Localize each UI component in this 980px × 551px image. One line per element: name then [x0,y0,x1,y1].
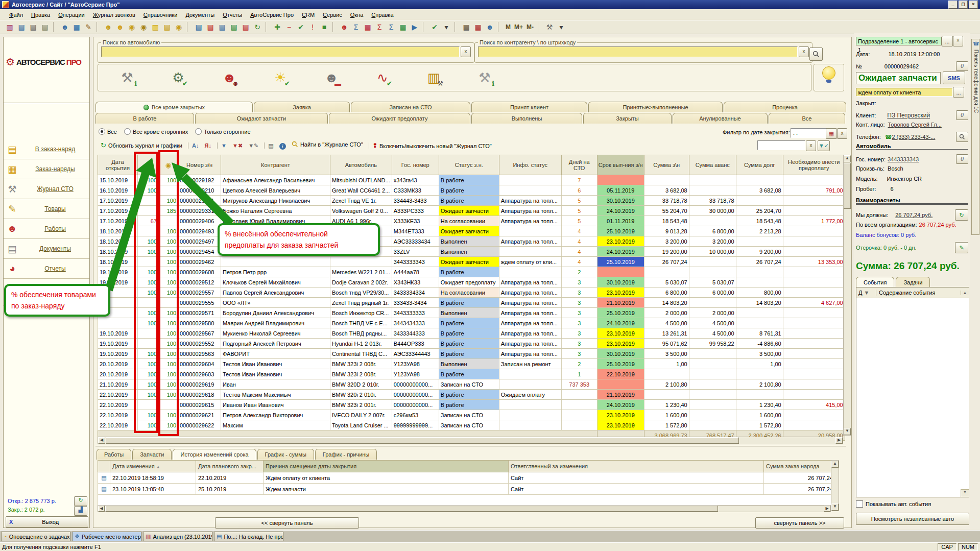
column-header-s4[interactable]: Необходимо внести предоплату [783,155,845,175]
calculator-icon[interactable]: ▦ [461,21,472,33]
sum-blue-icon[interactable]: Σ [386,21,397,33]
events-scroll-down[interactable]: ▼ [961,489,969,497]
client-attachments-button[interactable]: 0 [956,110,968,120]
new-doc-icon[interactable]: ▥ [4,21,15,33]
add-icon[interactable]: ✚ [272,21,283,33]
coin-icon[interactable]: ◉ [173,21,184,33]
phone-search-button[interactable] [956,132,968,142]
menu-item-Операции[interactable]: Операции [54,10,88,19]
print-icon[interactable]: ▤ [28,21,39,33]
quick-filter-clear-button[interactable]: x [806,140,816,151]
history-row[interactable]: ▤ 22.10.2019 18:58:1922.10.2019Ждём опла… [98,472,835,484]
tab-Закрыты[interactable]: Закрыты [583,113,672,124]
column-header-dy[interactable]: Дней на СТО [561,155,597,175]
doc-out-icon[interactable]: ▤ [205,21,216,33]
radio-Все[interactable]: Все [99,128,117,135]
table-row[interactable]: 17.10.2019 100 00000029321Митруков Алекс… [98,196,845,206]
warn-icon[interactable]: ! [307,21,318,33]
doc-in-icon[interactable]: ▤ [193,21,204,33]
menu-item-АвтоСервис Про[interactable]: АвтоСервис Про [246,10,298,19]
toggle-new-journal-button[interactable]: ❢Включить/выключить новый "Журнал СТО" [371,142,494,150]
tab-Заявка[interactable]: Заявка [254,102,350,112]
menu-item-Справочники[interactable]: Справочники [139,10,182,19]
sidebar-item-works[interactable]: ☻ Работы [4,219,89,239]
staff-icon[interactable]: ☻☻ [221,69,238,86]
events-tab-Задачи[interactable]: Задачи [896,277,930,288]
sidebar-item-orders[interactable]: ▦ Заказ-наряды [4,159,89,179]
barcode-search-button[interactable] [809,47,823,61]
cashier-icon[interactable]: ☻ [103,21,114,33]
users-icon[interactable]: ☻ [59,21,70,33]
tab-Ожидают предоплату[interactable]: Ожидают предоплату [329,113,470,124]
coin-stack-icon[interactable]: ◉ [138,21,149,33]
department-clear-button[interactable]: × [953,36,963,46]
remove-icon[interactable]: − [283,21,295,33]
menu-item-CRM[interactable]: CRM [298,10,319,19]
sidebar-item-order-create[interactable]: ▤ В заказ-наряд [4,139,89,159]
table-row[interactable]: 18.10.2019 100 100 00000029497АЭС3333343… [98,236,845,247]
table-row[interactable]: 22.10.2019 100 100 00000029618Тестов Мак… [98,390,845,400]
column-header-pl[interactable]: Гос. номер [392,155,439,175]
service-icon[interactable]: ⚒ [544,21,555,33]
table-row[interactable]: 21.10.2019 100 100 00000029619ИванBMW 32… [98,379,845,390]
table-row[interactable]: 17.10.2019 185 00000029331Божко Наталия … [98,206,845,216]
column-header-p[interactable]: ◉ [159,155,178,175]
column-header-g[interactable]: ▦ [138,155,159,175]
edit-table-icon[interactable]: ✎ [83,21,94,33]
checkbox-icon[interactable] [856,500,863,508]
table-row[interactable]: 20.10.2019 100 100 00000029604Тестов Ива… [98,359,845,369]
telephony-panel-tab[interactable]: ☎ Панель телефонии для 1С [971,39,979,235]
filter-settings-button[interactable]: ▼✓ [818,140,830,151]
sidebar-item-reports[interactable]: ◕ Отчеты [4,259,89,279]
contact-link[interactable]: Торопов Сергей Гл... [888,122,941,128]
department-field[interactable]: Подразделение 1 - автосервис 1 [856,37,942,45]
sort-desc-button[interactable]: Я↓ [203,142,213,149]
doc-cancel-icon[interactable]: ▤ [240,21,251,33]
totals-chart-button[interactable]: ▟ [74,506,87,516]
minimize-button[interactable]: _ [948,1,958,9]
column-header-s3[interactable]: Сумма долг [736,155,783,175]
table-row[interactable]: 19.10.2019 100 00000029567Мукиенко Никол… [98,328,845,339]
attachments-button[interactable]: 0 [956,61,968,71]
orders-table[interactable]: Дата открытия▦◉Номер з/нКонтрагентАвтомо… [98,155,845,441]
table-row[interactable]: 19.10.2019 100 100 00000029608Петров Пет… [98,267,845,277]
money-doc-icon[interactable]: ▤ [161,21,173,33]
sidebar-item-sto-journal[interactable]: ⚒ Журнал СТО [4,179,89,199]
tab-Принят клиент[interactable]: Принят клиент [471,102,587,112]
show-auto-events[interactable]: Показывать авт. события [856,500,968,508]
cash-icon[interactable]: ▥ [150,21,161,33]
doc-ok-icon[interactable]: ✔ [429,21,440,33]
history-column-plan[interactable]: Дата планового закр... [196,461,264,472]
person-lock-icon[interactable]: ☻ [484,21,495,33]
bottom-tab-График - суммы[interactable]: График - суммы [257,449,314,460]
column-header-a[interactable]: Автомобиль [330,155,392,175]
column-header-d[interactable]: Дата открытия [98,155,138,175]
column-header-s2[interactable]: Сумма аванс [689,155,736,175]
history-column-date[interactable]: Дата изменения ▲ [110,461,196,472]
person-sum-icon[interactable]: Σ [350,21,362,33]
radio-Только сторонние[interactable]: Только сторонние [195,128,250,135]
edit-delay-button[interactable]: ✎ [955,242,968,253]
radio-Все кроме сторонних[interactable]: Все кроме сторонних [124,128,188,135]
refresh-icon[interactable]: ↻ [252,21,263,33]
m-minus-label[interactable]: М- [525,23,535,31]
info-button[interactable]: i [277,142,288,150]
column-header-s1[interactable]: Сумма з\н [644,155,689,175]
table-row[interactable]: 19.10.2019 100 100 00000029512Клочьков С… [98,277,845,288]
doc-check-icon[interactable]: ▤ [228,21,240,33]
menu-item-Правка[interactable]: Правка [27,10,54,19]
bottom-tab-Запчасти[interactable]: Запчасти [132,449,172,460]
column-header-du[interactable]: Срок вып-ния з/н [597,155,644,175]
gear-clock-icon[interactable]: ⚙✔ [170,69,187,86]
filter-edit-icon[interactable]: ▼✎ [246,142,260,150]
tab-Проценка[interactable]: Проценка [724,102,846,112]
menu-item-Журнал звонков[interactable]: Журнал звонков [89,10,139,19]
menu-item-Окна[interactable]: Окна [346,10,368,19]
history-column-owner[interactable]: Ответственный за изменения [509,461,764,472]
find-in-journal-button[interactable]: Найти в "Журнале СТО" [290,140,365,148]
print-setup-icon[interactable]: ▤ [39,21,51,33]
tab-Принятые>выполненные[interactable]: Принятые>выполненные [588,102,723,112]
refresh-totals-button[interactable]: ↻ [74,496,87,506]
info-status-field[interactable]: ждем оплату от клиента [856,88,953,97]
calendar-icon[interactable]: ▦ [472,21,484,33]
